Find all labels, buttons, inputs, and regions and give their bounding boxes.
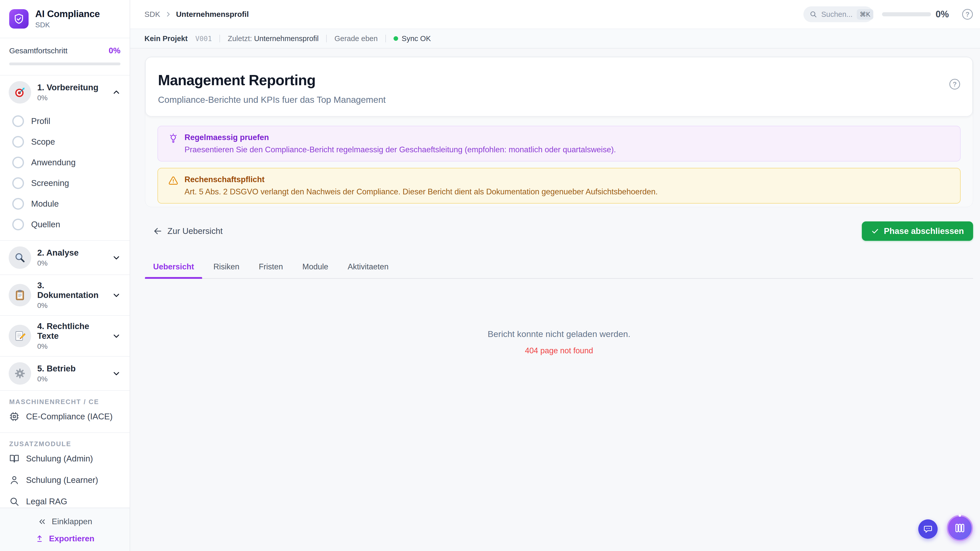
board-fab-button[interactable]	[947, 515, 973, 541]
memo-icon	[9, 325, 31, 347]
project-name: Kein Projekt	[145, 35, 188, 43]
warning-callout: Rechenschaftspflicht Art. 5 Abs. 2 DSGVO…	[158, 168, 961, 203]
search-icon	[9, 496, 19, 507]
step-label: Profil	[31, 116, 50, 126]
callout-body: Praesentieren Sie den Compliance-Bericht…	[185, 145, 616, 154]
step-status-icon	[12, 177, 24, 189]
sidebar-phase-analyse[interactable]: 2. Analyse 0%	[0, 240, 130, 275]
app-header: AI Compliance SDK	[0, 0, 130, 38]
empty-state-message: Bericht konnte nicht geladen werden.	[145, 329, 973, 339]
help-icon[interactable]	[950, 79, 960, 89]
report-section: Management Reporting Compliance-Berichte…	[145, 57, 973, 207]
export-button[interactable]: Exportieren	[35, 534, 94, 543]
step-anwendung[interactable]: Anwendung	[0, 152, 130, 173]
breadcrumb-root[interactable]: SDK	[145, 10, 160, 19]
magnifier-emoji-icon	[9, 246, 31, 269]
collapse-label: Einklappen	[52, 517, 92, 526]
version-badge: V001	[195, 35, 212, 43]
tab-aktivitaeten[interactable]: Aktivitaeten	[339, 257, 396, 278]
collapse-sidebar-button[interactable]: Einklappen	[38, 517, 92, 526]
check-icon	[871, 227, 879, 235]
user-icon	[9, 475, 19, 485]
phase-progress: 0%	[37, 94, 99, 102]
back-link-label: Zur Uebersicht	[167, 226, 223, 236]
divider	[385, 35, 386, 42]
step-module[interactable]: Module	[0, 193, 130, 214]
sidebar-footer: Einklappen Exportieren	[0, 508, 130, 551]
chat-fab-button[interactable]	[918, 519, 938, 539]
sidebar-nav: 1. Vorbereitung 0% Profil Scope Anwendun…	[0, 76, 130, 508]
page-subtitle: Compliance-Berichte und KPIs fuer das To…	[158, 95, 386, 105]
target-icon	[9, 81, 31, 103]
step-screening[interactable]: Screening	[0, 173, 130, 193]
step-scope[interactable]: Scope	[0, 131, 130, 152]
divider	[220, 35, 220, 42]
step-status-icon	[12, 198, 24, 210]
step-label: Anwendung	[31, 158, 76, 167]
phase-progress: 0%	[37, 342, 106, 351]
section-label: MASCHINENRECHT / CE	[9, 398, 121, 406]
tab-risiken[interactable]: Risiken	[205, 257, 248, 278]
notification-dot	[959, 514, 961, 517]
section-zusatzmodule: ZUSATZMODULE Schulung (Admin) S	[0, 432, 130, 508]
upload-icon	[35, 534, 44, 543]
chevron-down-icon	[112, 331, 121, 341]
app-title: AI Compliance	[35, 9, 100, 19]
step-profil[interactable]: Profil	[0, 111, 130, 131]
callouts: Regelmaessig pruefen Praesentieren Sie d…	[145, 117, 973, 203]
back-to-overview-link[interactable]: Zur Uebersicht	[145, 226, 223, 236]
empty-state: Bericht konnte nicht geladen werden. 404…	[145, 278, 973, 355]
phase-progress: 0%	[37, 302, 106, 310]
lightbulb-icon	[168, 133, 178, 144]
sidebar-item-ce-compliance[interactable]: CE-Compliance (IACE)	[9, 406, 121, 427]
search-input[interactable]: Suchen... ⌘K	[803, 6, 873, 22]
chevron-right-icon	[164, 11, 172, 18]
sidebar: AI Compliance SDK Gesamtfortschritt 0% 1	[0, 0, 130, 551]
sidebar-item-label: CE-Compliance (IACE)	[26, 412, 113, 421]
clipboard-icon	[9, 284, 31, 306]
page-header-card: Management Reporting Compliance-Berichte…	[145, 57, 973, 117]
sidebar-phase-betrieb[interactable]: 5. Betrieb 0%	[0, 356, 130, 390]
phase-label: 5. Betrieb	[37, 364, 76, 373]
overall-progress-label: Gesamtfortschritt	[9, 46, 67, 55]
help-icon[interactable]	[962, 9, 973, 20]
breadcrumb-current: Unternehmensprofil	[176, 10, 249, 19]
warning-triangle-icon	[168, 176, 178, 186]
sidebar-item-schulung-admin[interactable]: Schulung (Admin)	[9, 448, 121, 469]
last-edited: Zuletzt: Unternehmensprofil	[228, 35, 318, 43]
step-status-icon	[12, 136, 24, 148]
step-label: Screening	[31, 178, 69, 188]
divider	[326, 35, 327, 42]
app-logo	[9, 9, 29, 29]
tab-fristen[interactable]: Fristen	[251, 257, 291, 278]
search-icon	[810, 11, 817, 18]
complete-phase-label: Phase abschliessen	[884, 226, 964, 236]
callout-title: Rechenschaftspflicht	[185, 175, 658, 184]
tab-uebersicht[interactable]: Uebersicht	[145, 257, 202, 278]
sidebar-item-schulung-learner[interactable]: Schulung (Learner)	[9, 469, 121, 491]
sync-ok-dot-icon	[393, 36, 398, 41]
step-status-icon	[12, 157, 24, 168]
sidebar-phase-dokumentation[interactable]: 3. Dokumentation 0%	[0, 275, 130, 315]
sidebar-item-legal-rag[interactable]: Legal RAG	[9, 491, 121, 508]
breadcrumb: SDK Unternehmensprofil	[145, 10, 249, 19]
chat-bubble-icon	[923, 524, 933, 534]
callout-title: Regelmaessig pruefen	[185, 133, 616, 142]
sidebar-phase-vorbereitung[interactable]: 1. Vorbereitung 0%	[0, 76, 130, 109]
status-bar: Kein Projekt V001 Zuletzt: Unternehmensp…	[130, 29, 980, 48]
step-quellen[interactable]: Quellen	[0, 214, 130, 235]
sidebar-phase-rechtliche-texte[interactable]: 4. Rechtliche Texte 0%	[0, 315, 130, 356]
columns-icon	[954, 522, 966, 534]
action-row: Zur Uebersicht Phase abschliessen	[145, 221, 973, 241]
sidebar-item-label: Schulung (Learner)	[26, 475, 98, 485]
chevron-down-icon	[112, 369, 121, 378]
complete-phase-button[interactable]: Phase abschliessen	[862, 221, 973, 241]
cpu-icon	[9, 411, 19, 422]
step-status-icon	[12, 219, 24, 230]
sidebar-item-label: Schulung (Admin)	[26, 454, 93, 464]
main-content: Management Reporting Compliance-Berichte…	[130, 48, 980, 551]
chevron-down-icon	[112, 253, 121, 262]
tab-module[interactable]: Module	[294, 257, 337, 278]
step-label: Quellen	[31, 220, 60, 229]
step-label: Scope	[31, 137, 55, 147]
